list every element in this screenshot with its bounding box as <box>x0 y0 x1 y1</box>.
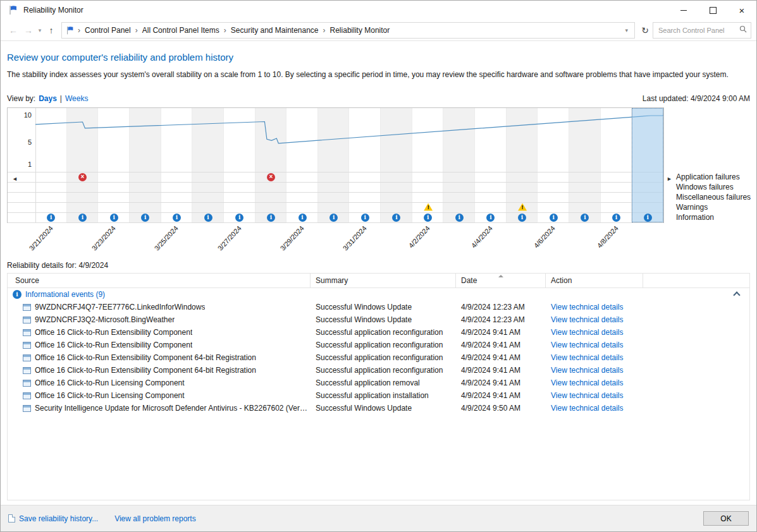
table-row[interactable]: Office 16 Click-to-Run Licensing Compone… <box>8 377 749 389</box>
view-technical-details-link[interactable]: View technical details <box>551 378 624 387</box>
view-technical-details-link[interactable]: View technical details <box>551 341 624 349</box>
window-title: Reliability Monitor <box>23 6 83 15</box>
address-bar[interactable]: › Control Panel›All Control Panel Items›… <box>61 22 635 39</box>
information-icon[interactable]: i <box>581 214 589 222</box>
action-cell: View technical details <box>546 391 643 400</box>
view-technical-details-link[interactable]: View technical details <box>551 328 624 337</box>
information-icon[interactable]: i <box>550 214 558 222</box>
back-button[interactable]: ← <box>6 25 21 35</box>
selected-day-highlight[interactable] <box>632 108 663 222</box>
table-row[interactable]: Office 16 Click-to-Run Extensibility Com… <box>8 351 749 364</box>
view-technical-details-link[interactable]: View technical details <box>551 404 624 413</box>
date-cell: 4/9/2024 9:41 AM <box>456 341 546 349</box>
save-link-label: Save reliability history... <box>19 514 98 523</box>
information-icon[interactable]: i <box>392 214 400 222</box>
information-icon[interactable]: i <box>110 214 118 222</box>
view-technical-details-link[interactable]: View technical details <box>551 315 624 324</box>
search-icon[interactable] <box>739 25 747 35</box>
minimize-button[interactable] <box>669 1 698 20</box>
search-input[interactable] <box>657 26 739 35</box>
summary-cell: Successful application installation <box>311 391 456 400</box>
table-row[interactable]: 9WZDNCRFJ4Q7-7EE7776C.LinkedInforWindows… <box>8 301 749 313</box>
collapse-group-icon[interactable] <box>733 291 740 298</box>
information-icon[interactable]: i <box>329 214 338 222</box>
recent-pages-dropdown-icon[interactable]: ▾ <box>36 27 44 33</box>
information-icon[interactable]: i <box>518 214 526 222</box>
close-button[interactable]: × <box>727 1 756 20</box>
breadcrumb-separator-icon[interactable]: › <box>132 26 141 35</box>
information-icon[interactable]: i <box>486 214 495 222</box>
table-header: Source Summary Date Action <box>8 274 749 288</box>
maximize-button[interactable] <box>698 1 727 20</box>
table-row[interactable]: Office 16 Click-to-Run Extensibility Com… <box>8 326 749 339</box>
view-by-days[interactable]: Days <box>39 94 57 103</box>
view-technical-details-link[interactable]: View technical details <box>551 353 624 362</box>
refresh-button[interactable]: ↻ <box>637 25 653 35</box>
breadcrumb-separator-icon[interactable]: › <box>75 26 83 35</box>
column-header-date[interactable]: Date <box>456 274 546 287</box>
action-cell: View technical details <box>546 378 643 387</box>
information-icon[interactable]: i <box>173 214 181 222</box>
information-icon[interactable]: i <box>78 214 87 222</box>
table-row[interactable]: 9WZDNCRFJ3Q2-Microsoft.BingWeatherSucces… <box>8 313 749 326</box>
application-icon <box>23 304 31 311</box>
group-row-informational-events[interactable]: i Informational events (9) <box>8 288 749 301</box>
window-controls: × <box>669 1 756 20</box>
save-reliability-history-link[interactable]: Save reliability history... <box>8 514 98 523</box>
column-header-source[interactable]: Source <box>8 274 311 287</box>
breadcrumb-item[interactable]: All Control Panel Items <box>141 26 221 35</box>
view-by-weeks[interactable]: Weeks <box>65 94 88 103</box>
scroll-left-icon[interactable]: ◄ <box>12 176 18 182</box>
breadcrumb-separator-icon[interactable]: › <box>221 26 230 35</box>
information-icon[interactable]: i <box>361 214 369 222</box>
table-row[interactable]: Office 16 Click-to-Run Extensibility Com… <box>8 364 749 377</box>
information-icon[interactable]: i <box>455 214 464 222</box>
date-cell: 4/9/2024 9:41 AM <box>456 378 546 387</box>
page-description: The stability index assesses your system… <box>7 70 750 79</box>
forward-button[interactable]: → <box>21 25 36 35</box>
view-technical-details-link[interactable]: View technical details <box>551 303 624 311</box>
view-technical-details-link[interactable]: View technical details <box>551 366 624 375</box>
main-content: Review your computer's reliability and p… <box>1 52 756 500</box>
column-header-summary[interactable]: Summary <box>311 274 456 287</box>
column-header-action[interactable]: Action <box>546 274 643 287</box>
error-icon[interactable]: × <box>267 173 275 181</box>
x-axis-date-label: 4/6/2024 <box>519 224 557 263</box>
information-icon[interactable]: i <box>204 214 212 222</box>
breadcrumb-item[interactable]: Reliability Monitor <box>329 26 391 35</box>
information-icon[interactable]: i <box>141 214 149 222</box>
error-icon[interactable]: × <box>78 173 87 181</box>
view-by-row: View by: Days | Weeks Last updated: 4/9/… <box>7 94 750 103</box>
address-dropdown-icon[interactable]: ▾ <box>622 27 631 33</box>
information-icon[interactable]: i <box>298 214 307 222</box>
date-cell: 4/9/2024 12:23 AM <box>456 303 546 311</box>
date-cell: 4/9/2024 9:50 AM <box>456 404 546 413</box>
information-icon[interactable]: i <box>235 214 243 222</box>
information-icon[interactable]: i <box>612 214 620 222</box>
y-axis-tick: 5 <box>8 138 32 146</box>
information-icon[interactable]: i <box>644 214 652 222</box>
view-all-problem-reports-link[interactable]: View all problem reports <box>114 514 196 523</box>
information-icon[interactable]: i <box>267 214 275 222</box>
table-row[interactable]: Office 16 Click-to-Run Extensibility Com… <box>8 339 749 351</box>
summary-cell: Successful application reconfiguration <box>311 366 456 375</box>
information-icon[interactable]: i <box>424 214 432 222</box>
view-technical-details-link[interactable]: View technical details <box>551 391 624 400</box>
action-cell: View technical details <box>546 341 643 349</box>
navigation-bar: ← → ▾ ↑ › Control Panel›All Control Pane… <box>1 20 756 41</box>
source-cell: Office 16 Click-to-Run Extensibility Com… <box>8 328 311 337</box>
breadcrumb-item[interactable]: Security and Maintenance <box>230 26 320 35</box>
ok-button[interactable]: OK <box>703 511 749 526</box>
date-cell: 4/9/2024 9:41 AM <box>456 328 546 337</box>
breadcrumb-separator-icon[interactable]: › <box>320 26 329 35</box>
source-cell: 9WZDNCRFJ4Q7-7EE7776C.LinkedInforWindows <box>8 303 311 311</box>
up-button[interactable]: ↑ <box>44 25 59 35</box>
information-icon[interactable]: i <box>47 214 55 222</box>
scroll-right-icon[interactable]: ► <box>667 176 672 182</box>
sort-ascending-icon <box>498 275 503 277</box>
table-row[interactable]: Security Intelligence Update for Microso… <box>8 402 749 414</box>
breadcrumb-item[interactable]: Control Panel <box>83 26 132 35</box>
stability-index-line <box>35 108 663 172</box>
source-cell: Office 16 Click-to-Run Extensibility Com… <box>8 366 311 375</box>
table-row[interactable]: Office 16 Click-to-Run Licensing Compone… <box>8 389 749 402</box>
